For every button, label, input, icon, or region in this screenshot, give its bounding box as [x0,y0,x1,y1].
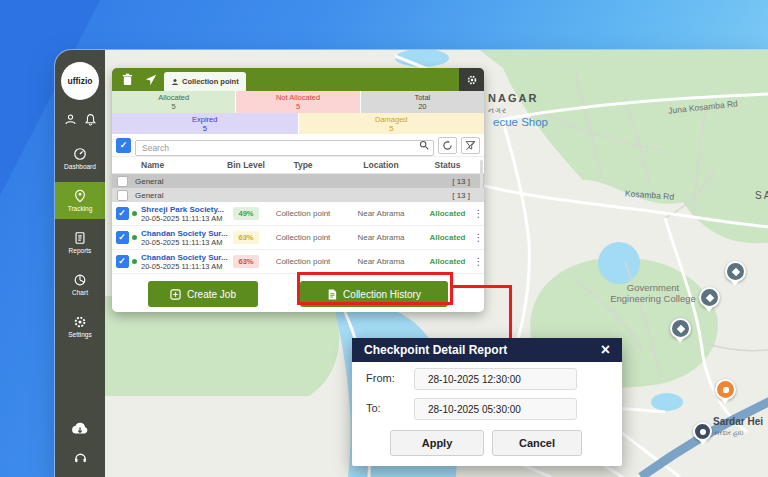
refresh-button[interactable] [438,137,457,154]
tracking-pin-icon [73,189,87,203]
graduation-cap-poi-marker[interactable] [699,287,720,308]
stat-label: Expired [192,115,217,124]
table-row[interactable]: Shreeji Park Society... 20-05-2025 11:11… [112,202,484,226]
status-dot [132,235,137,240]
pie-chart-icon [73,273,87,287]
gear-icon [466,74,478,86]
group-row-general-2[interactable]: General [ 13 ] [112,188,484,202]
from-label: From: [366,372,395,384]
column-location[interactable]: Location [340,160,422,170]
close-icon[interactable]: × [601,342,610,358]
sidebar-item-settings[interactable]: Settings [55,308,105,345]
column-status[interactable]: Status [422,160,473,170]
bin-level-badge: 63% [233,231,258,244]
sidebar-item-tracking[interactable]: Tracking [55,182,105,219]
row-checkbox[interactable] [116,231,129,244]
sidebar-item-chart[interactable]: Chart [55,266,105,303]
sidebar-item-label: Tracking [68,205,93,212]
row-menu-icon[interactable] [473,256,484,267]
bin-level-badge: 49% [233,207,258,220]
group-row-general-1[interactable]: General [ 13 ] [112,174,484,188]
select-all-checkbox[interactable] [116,138,131,153]
stat-allocated[interactable]: Allocated 5 [112,91,235,113]
stat-expired[interactable]: Expired 5 [112,113,298,134]
create-job-icon [170,289,181,300]
group-count: [ 13 ] [452,177,470,186]
group-checkbox[interactable] [117,176,128,187]
row-menu-icon[interactable] [473,232,484,243]
group-checkbox[interactable] [117,190,128,201]
create-job-button[interactable]: Create Job [148,281,258,307]
panel-scrollbar[interactable] [480,160,483,202]
stat-label: Damaged [375,115,408,124]
stats-row-1: Allocated 5 Not Allocated 5 Total 20 [112,91,484,113]
row-status: Allocated [422,209,473,218]
bell-icon[interactable] [84,113,97,126]
panel-settings-button[interactable] [459,68,484,91]
row-type: Collection point [266,209,340,218]
clear-filter-button[interactable] [461,137,480,154]
sidebar-item-label: Settings [68,331,92,338]
settings-gear-icon [73,315,87,329]
stat-total[interactable]: Total 20 [361,91,484,113]
row-type: Collection point [266,257,340,266]
sidebar-item-reports[interactable]: Reports [55,224,105,261]
cloud-download-icon[interactable] [70,421,90,435]
status-dot [132,259,137,264]
row-name-link[interactable]: Chandan Society Sur... [141,253,228,262]
stat-not-allocated[interactable]: Not Allocated 5 [236,91,359,113]
navigation-arrow-icon[interactable] [145,74,157,86]
create-job-label: Create Job [187,289,236,300]
column-type[interactable]: Type [266,160,340,170]
column-bin-level[interactable]: Bin Level [226,160,266,170]
row-menu-icon[interactable] [473,208,484,219]
apply-button[interactable]: Apply [390,430,484,456]
stat-value: 5 [389,124,393,133]
row-location: Near Abrama [340,209,422,218]
cancel-button[interactable]: Cancel [492,430,582,456]
to-label: To: [366,402,381,414]
row-checkbox[interactable] [116,255,129,268]
toll-icon [700,429,706,435]
graduation-cap-poi-marker[interactable] [670,318,691,339]
bin-level-badge: 63% [233,255,258,268]
stats-row-2: Expired 5 Damaged 5 [112,113,484,134]
from-datetime-field[interactable] [414,368,577,390]
search-icon[interactable] [419,140,429,150]
sidebar-nav: Dashboard Tracking Reports Chart [55,140,105,345]
dashboard-icon [73,147,87,161]
group-count: [ 13 ] [452,191,470,200]
user-icon[interactable] [64,113,77,126]
table-header: Name Bin Level Type Location Status [112,157,484,174]
row-date: 20-05-2025 11:11:13 AM [141,262,228,271]
stat-damaged[interactable]: Damaged 5 [299,113,485,134]
row-status: Allocated [422,233,473,242]
reports-icon [73,231,87,245]
search-input[interactable] [135,140,434,156]
row-location: Near Abrama [340,257,422,266]
trash-icon[interactable] [122,73,133,86]
table-row[interactable]: Chandan Society Sur... 20-05-2025 11:11:… [112,250,484,274]
row-name-link[interactable]: Shreeji Park Society... [141,205,224,214]
sidebar-item-label: Dashboard [64,163,96,170]
toll-poi-marker[interactable] [693,422,712,441]
table-row[interactable]: Chandan Society Sur... 20-05-2025 11:11:… [112,226,484,250]
group-label: General [135,177,163,186]
headset-icon[interactable] [73,450,88,465]
column-name[interactable]: Name [132,160,226,170]
row-status: Allocated [422,257,473,266]
to-datetime-field[interactable] [414,398,577,420]
graduation-cap-poi-marker[interactable] [725,261,746,282]
row-name-link[interactable]: Chandan Society Sur... [141,229,228,238]
store-poi-marker[interactable] [715,379,736,400]
row-checkbox[interactable] [116,207,129,220]
row-location: Near Abrama [340,233,422,242]
graduation-cap-icon [731,267,739,275]
search-bar [112,134,484,157]
status-dot [132,211,137,216]
highlight-rectangle [297,272,453,305]
sidebar-item-dashboard[interactable]: Dashboard [55,140,105,177]
tab-collection-point[interactable]: Collection point [164,72,246,91]
stat-value: 5 [203,124,207,133]
group-label: General [135,191,163,200]
